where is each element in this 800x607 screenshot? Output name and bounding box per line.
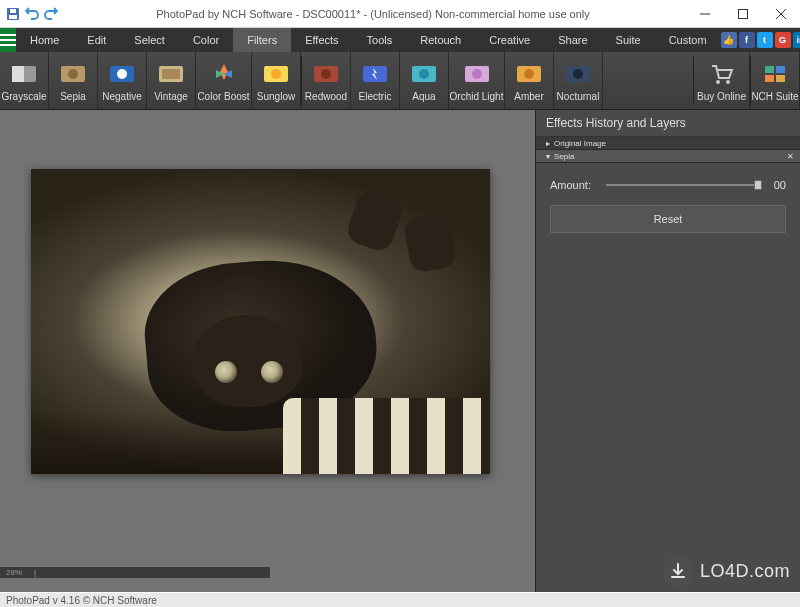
svg-point-31 [716, 80, 720, 84]
social-google-icon[interactable]: G [775, 32, 791, 48]
quick-access-toolbar [0, 5, 60, 23]
statusbar-text: PhotoPad v 4.16 © NCH Software [6, 595, 157, 606]
sepia-icon [59, 60, 87, 88]
aqua-icon [410, 60, 438, 88]
menu-effects[interactable]: Effects [291, 28, 352, 52]
ribbon-buy-online-button[interactable]: Buy Online [694, 52, 750, 109]
svg-point-15 [117, 69, 127, 79]
svg-rect-34 [776, 66, 785, 73]
ribbon-grayscale-button[interactable]: Grayscale [0, 52, 49, 109]
menu-retouch[interactable]: Retouch [406, 28, 475, 52]
svg-point-21 [321, 69, 331, 79]
redwood-icon [312, 60, 340, 88]
ribbon-label: Sunglow [257, 91, 295, 102]
amount-slider[interactable] [606, 184, 758, 186]
menu-color[interactable]: Color [179, 28, 233, 52]
menu-share[interactable]: Share [544, 28, 601, 52]
ribbon-toolbar: GrayscaleSepiaNegativeVintageColor Boost… [0, 52, 800, 110]
menu-suite[interactable]: Suite [602, 28, 655, 52]
effects-panel-title: Effects History and Layers [536, 110, 800, 137]
orchid-icon [463, 60, 491, 88]
ribbon-nch-suite-button[interactable]: NCH Suite [751, 52, 800, 109]
electric-icon [361, 60, 389, 88]
svg-point-30 [573, 69, 583, 79]
suite-icon [761, 60, 789, 88]
layer-original[interactable]: ▸Original Image [536, 137, 800, 150]
ribbon-label: Sepia [60, 91, 86, 102]
ribbon-electric-button[interactable]: Electric [351, 52, 400, 109]
menu-filters[interactable]: Filters [233, 28, 291, 52]
ribbon-redwood-button[interactable]: Redwood [302, 52, 351, 109]
close-button[interactable] [762, 0, 800, 28]
save-icon[interactable] [4, 5, 22, 23]
svg-rect-11 [12, 66, 24, 82]
negative-icon [108, 60, 136, 88]
menu-creative[interactable]: Creative [475, 28, 544, 52]
social-twitter-icon[interactable]: t [757, 32, 773, 48]
vintage-icon [157, 60, 185, 88]
canvas-area[interactable]: 28% | [0, 110, 535, 592]
ribbon-orchid-light-button[interactable]: Orchid Light [449, 52, 505, 109]
window-controls [686, 0, 800, 28]
ribbon-nocturnal-button[interactable]: Nocturnal [554, 52, 603, 109]
amount-value: 00 [766, 179, 786, 191]
svg-rect-33 [765, 66, 774, 73]
nocturnal-icon [564, 60, 592, 88]
hamburger-menu[interactable] [0, 28, 16, 52]
workspace: 28% | Effects History and Layers ▸Origin… [0, 110, 800, 592]
ribbon-label: Redwood [305, 91, 347, 102]
menu-edit[interactable]: Edit [73, 28, 120, 52]
menu-select[interactable]: Select [120, 28, 179, 52]
svg-rect-2 [10, 9, 16, 13]
ribbon-label: Vintage [154, 91, 188, 102]
ribbon-label: Orchid Light [450, 91, 504, 102]
svg-rect-17 [162, 69, 180, 79]
svg-point-19 [271, 69, 281, 79]
menu-custom[interactable]: Custom [655, 28, 721, 52]
download-icon [662, 555, 694, 587]
grayscale-icon [10, 60, 38, 88]
canvas-statusbar: 28% | [0, 567, 270, 578]
ribbon-sepia-button[interactable]: Sepia [49, 52, 98, 109]
layer-sepia[interactable]: ▾Sepia✕ [536, 150, 800, 163]
amount-label: Amount: [550, 179, 598, 191]
social-linkedin-icon[interactable]: in [793, 32, 800, 48]
ribbon-label: Electric [359, 91, 392, 102]
menu-home[interactable]: Home [16, 28, 73, 52]
watermark: LO4D.com [662, 555, 790, 587]
ribbon-negative-button[interactable]: Negative [98, 52, 147, 109]
sunglow-icon [262, 60, 290, 88]
svg-point-28 [524, 69, 534, 79]
ribbon-label: Buy Online [697, 91, 746, 102]
image-canvas[interactable] [31, 169, 490, 474]
colorboost-icon [210, 60, 238, 88]
amber-icon [515, 60, 543, 88]
svg-point-32 [726, 80, 730, 84]
svg-rect-36 [776, 75, 785, 82]
ribbon-aqua-button[interactable]: Aqua [400, 52, 449, 109]
svg-point-13 [68, 69, 78, 79]
svg-rect-4 [739, 9, 748, 18]
menubar: HomeEditSelectColorFiltersEffectsToolsRe… [0, 28, 800, 52]
status-sep: | [34, 568, 36, 577]
ribbon-amber-button[interactable]: Amber [505, 52, 554, 109]
reset-button[interactable]: Reset [550, 205, 786, 233]
ribbon-vintage-button[interactable]: Vintage [147, 52, 196, 109]
ribbon-label: Grayscale [1, 91, 46, 102]
svg-rect-1 [9, 15, 17, 19]
minimize-button[interactable] [686, 0, 724, 28]
redo-icon[interactable] [42, 5, 60, 23]
effects-panel: Effects History and Layers ▸Original Ima… [535, 110, 800, 592]
svg-rect-35 [765, 75, 774, 82]
menu-tools[interactable]: Tools [353, 28, 407, 52]
maximize-button[interactable] [724, 0, 762, 28]
social-like-icon[interactable]: 👍 [721, 32, 737, 48]
svg-point-24 [419, 69, 429, 79]
cart-icon [708, 60, 736, 88]
ribbon-color-boost-button[interactable]: Color Boost [196, 52, 252, 109]
social-facebook-icon[interactable]: f [739, 32, 755, 48]
undo-icon[interactable] [23, 5, 41, 23]
ribbon-sunglow-button[interactable]: Sunglow [252, 52, 301, 109]
window-title: PhotoPad by NCH Software - DSC00011* - (… [60, 8, 686, 20]
ribbon-label: NCH Suite [751, 91, 798, 102]
